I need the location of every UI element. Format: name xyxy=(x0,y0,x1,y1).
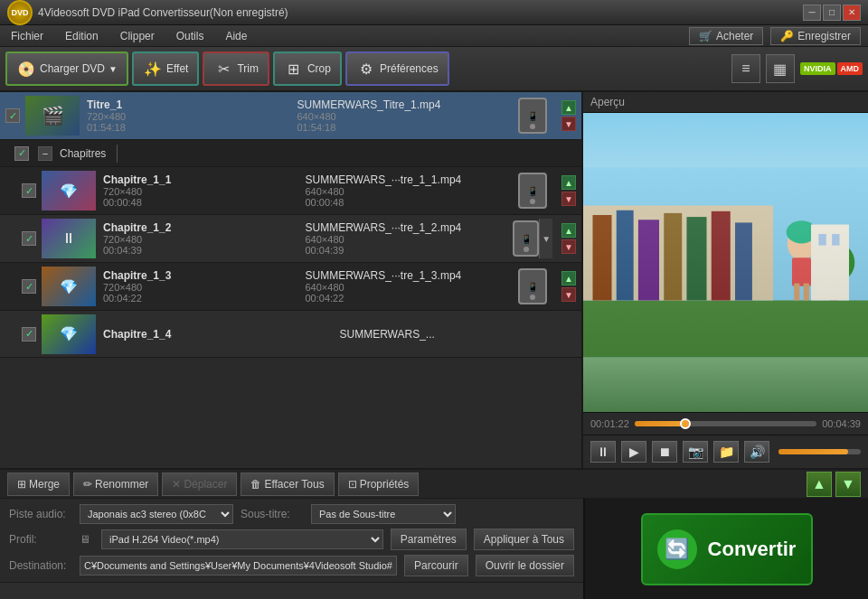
row-checkbox[interactable] xyxy=(5,108,20,123)
menu-right-actions: 🛒 Acheter 🔑 Enregistrer xyxy=(689,27,861,45)
properties-icon: ⊡ xyxy=(348,478,357,491)
ipad-icon: 📱 xyxy=(518,268,547,304)
menu-fichier[interactable]: Fichier xyxy=(7,28,47,44)
timeline-thumb[interactable] xyxy=(680,418,691,429)
row-checkbox[interactable] xyxy=(22,327,36,342)
menu-clipper[interactable]: Clipper xyxy=(117,28,158,44)
move-up-arrow[interactable]: ▲ xyxy=(561,271,576,285)
chapitres-label: Chapitres xyxy=(60,147,106,160)
stop-button[interactable]: ⏹ xyxy=(652,441,677,463)
convert-area: 🔄 Convertir xyxy=(583,499,868,599)
move-up-arrow[interactable]: ▲ xyxy=(561,223,576,238)
row-output-info: SUMMERWARS_···tre_1_1.mp4 640×48000:00:4… xyxy=(306,173,508,208)
row-title-label: Titre_1 xyxy=(87,98,297,111)
settings-area: Piste audio: Japonais ac3 stereo (0x8C S… xyxy=(0,499,583,599)
params-button[interactable]: Paramètres xyxy=(391,529,467,550)
menu-outils[interactable]: Outils xyxy=(173,28,208,44)
move-down-arrow[interactable]: ▼ xyxy=(561,239,576,254)
row-output-name: SUMMERWARS_···tre_1_1.mp4 xyxy=(306,173,508,186)
key-icon: 🔑 xyxy=(780,30,794,42)
properties-button[interactable]: ⊡ Propriétés xyxy=(338,473,420,496)
grid-view-button[interactable]: ▦ xyxy=(766,54,795,83)
menu-aide[interactable]: Aide xyxy=(222,28,250,44)
ipad-icon: 📱 xyxy=(513,220,539,257)
row-source-meta: 720×48000:04:39 xyxy=(103,234,306,256)
row-checkbox[interactable] xyxy=(22,279,36,294)
row-thumbnail: 💎 xyxy=(42,267,96,306)
table-row[interactable]: 💎 Chapitre_1_3 720×48000:04:22 SUMMERWAR… xyxy=(0,263,581,311)
menu-edition[interactable]: Edition xyxy=(61,28,102,44)
trim-button[interactable]: ✂ Trim xyxy=(203,51,269,86)
row-output-info: SUMMERWARS_... xyxy=(340,328,577,341)
row-checkbox[interactable] xyxy=(22,231,36,246)
row-source-meta: 720×48000:04:22 xyxy=(103,282,306,304)
subtitle-select[interactable]: Pas de Sous-titre xyxy=(311,504,456,524)
row-source-meta: 720×48000:00:48 xyxy=(103,186,306,208)
row-output-info: SUMMERWARS_Titre_1.mp4 640×48001:54:18 xyxy=(297,98,508,133)
action-bar: ⊞ Merge ✏ Renommer ✕ Déplacer 🗑 Effacer … xyxy=(0,468,868,499)
dvd-logo: DVD xyxy=(7,0,33,25)
table-row[interactable]: 💎 Chapitre_1_1 720×48000:00:48 SUMMERWAR… xyxy=(0,167,581,215)
browse-button[interactable]: Parcourir xyxy=(404,555,468,576)
volume-button[interactable]: 🔊 xyxy=(744,441,769,463)
table-row[interactable]: 🎬 Titre_1 720×48001:54:18 SUMMERWARS_Tit… xyxy=(0,92,581,140)
apply-all-button[interactable]: Appliquer à Tous xyxy=(474,529,574,550)
delete-all-button[interactable]: 🗑 Effacer Tous xyxy=(241,473,334,496)
chapter-expand-button[interactable]: − xyxy=(38,146,52,161)
list-view-button[interactable]: ≡ xyxy=(731,54,760,83)
preview-timeline: 00:01:22 00:04:39 xyxy=(583,412,868,435)
close-button[interactable]: ✕ xyxy=(843,5,861,21)
menubar: Fichier Edition Clipper Outils Aide 🛒 Ac… xyxy=(0,25,868,47)
preferences-button[interactable]: ⚙ Préférences xyxy=(345,51,449,86)
minimize-button[interactable]: ─ xyxy=(803,5,821,21)
row-reorder-arrows: ▲ ▼ xyxy=(561,223,576,254)
timeline-track[interactable] xyxy=(635,421,816,426)
row-title-label: Chapitre_1_3 xyxy=(103,269,306,282)
row-reorder-arrows: ▲ ▼ xyxy=(561,175,576,206)
ipad-icon: 📱 xyxy=(518,98,547,134)
pause-button[interactable]: ⏸ xyxy=(590,441,616,463)
nvidia-badge: NVIDIA xyxy=(800,62,835,75)
effet-button[interactable]: ✨ Effet xyxy=(132,51,199,86)
crop-button[interactable]: ⊞ Crop xyxy=(273,51,342,86)
destination-input[interactable] xyxy=(80,556,397,576)
move-down-arrow[interactable]: ▼ xyxy=(561,117,576,131)
buy-button[interactable]: 🛒 Acheter xyxy=(689,27,763,45)
table-row[interactable]: 💎 Chapitre_1_4 SUMMERWARS_... xyxy=(0,311,581,358)
open-folder-button[interactable]: 📁 xyxy=(713,441,739,463)
convert-icon: 🔄 xyxy=(657,529,697,569)
register-button[interactable]: 🔑 Enregistrer xyxy=(770,27,861,45)
convert-button[interactable]: 🔄 Convertir xyxy=(641,513,813,585)
maximize-button[interactable]: □ xyxy=(823,5,841,21)
delete-icon: 🗑 xyxy=(250,478,261,491)
rename-button[interactable]: ✏ Renommer xyxy=(73,473,158,496)
row-title-label: Chapitre_1_2 xyxy=(103,221,306,234)
row-source-info: Chapitre_1_1 720×48000:00:48 xyxy=(103,173,306,208)
chapter-expand-check[interactable] xyxy=(14,146,29,161)
profile-select[interactable]: iPad H.264 Video(*.mp4) xyxy=(101,529,383,549)
move-down-arrow[interactable]: ▼ xyxy=(561,192,576,206)
move-down-button[interactable]: ▼ xyxy=(835,472,861,497)
row-device-icon[interactable]: 📱 ▼ xyxy=(513,219,552,258)
merge-button[interactable]: ⊞ Merge xyxy=(7,473,70,496)
preview-label: Aperçu xyxy=(583,92,868,113)
play-button[interactable]: ▶ xyxy=(621,441,646,463)
scene-svg xyxy=(583,113,868,412)
dvd-load-icon: 📀 xyxy=(16,59,36,79)
screenshot-button[interactable]: 📷 xyxy=(683,441,708,463)
table-row[interactable]: ⏸ Chapitre_1_2 720×48000:04:39 SUMMERWAR… xyxy=(0,215,581,263)
row-device-icon: 📱 xyxy=(513,171,552,211)
open-folder-btn[interactable]: Ouvrir le dossier xyxy=(476,555,574,576)
audio-select[interactable]: Japonais ac3 stereo (0x8C xyxy=(80,504,233,524)
load-dvd-button[interactable]: 📀 Charger DVD ▼ xyxy=(5,51,128,86)
row-source-info: Chapitre_1_3 720×48000:04:22 xyxy=(103,269,306,304)
move-down-arrow[interactable]: ▼ xyxy=(561,287,576,302)
row-checkbox[interactable] xyxy=(22,183,36,198)
title-controls: ─ □ ✕ xyxy=(803,5,861,21)
move-up-arrow[interactable]: ▲ xyxy=(561,100,576,115)
move-up-button[interactable]: ▲ xyxy=(807,472,832,497)
volume-track[interactable] xyxy=(778,449,861,454)
timeline-progress xyxy=(635,421,685,426)
device-dropdown-arrow[interactable]: ▼ xyxy=(539,219,552,258)
move-up-arrow[interactable]: ▲ xyxy=(561,175,576,190)
